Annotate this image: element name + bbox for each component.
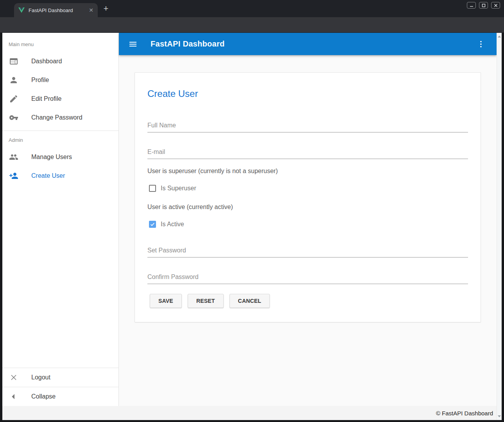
chevron-left-icon bbox=[9, 392, 18, 401]
app-bar-menu-icon[interactable] bbox=[476, 39, 486, 49]
sidebar-item-label: Manage Users bbox=[31, 154, 72, 161]
sidebar-item-collapse[interactable]: Collapse bbox=[2, 387, 118, 406]
scroll-up-icon[interactable] bbox=[498, 36, 501, 38]
sidebar-item-label: Change Password bbox=[31, 114, 83, 121]
confirm-password-field-wrap bbox=[147, 270, 468, 284]
hamburger-menu-icon[interactable] bbox=[128, 39, 138, 49]
set-password-input[interactable] bbox=[147, 243, 468, 257]
page-title: Create User bbox=[147, 88, 198, 99]
confirm-password-input[interactable] bbox=[147, 270, 468, 284]
superuser-checkbox[interactable] bbox=[149, 185, 156, 192]
scroll-down-icon[interactable] bbox=[498, 415, 501, 417]
person-icon bbox=[9, 75, 18, 85]
sidebar-item-manage-users[interactable]: Manage Users bbox=[2, 148, 118, 166]
dashboard-icon bbox=[9, 57, 18, 66]
sidebar-item-label: Logout bbox=[31, 374, 50, 381]
sidebar-item-edit-profile[interactable]: Edit Profile bbox=[2, 89, 118, 108]
sidebar-item-label: Create User bbox=[31, 172, 65, 179]
footer-copyright: © FastAPI Dashboard bbox=[436, 410, 493, 417]
sidebar-section-main-menu: Main menu bbox=[2, 33, 118, 52]
sidebar-item-create-user[interactable]: Create User bbox=[2, 166, 118, 185]
sidebar-item-label: Edit Profile bbox=[31, 95, 61, 102]
new-tab-button[interactable]: + bbox=[101, 4, 111, 14]
active-checkbox[interactable] bbox=[149, 221, 156, 228]
maximize-icon bbox=[482, 4, 486, 7]
browser-tab[interactable]: FastAPI Dashboard ✕ bbox=[14, 3, 98, 17]
people-icon bbox=[9, 152, 18, 162]
close-window-button[interactable] bbox=[491, 2, 500, 9]
save-button[interactable]: SAVE bbox=[150, 294, 182, 308]
email-field-wrap bbox=[147, 145, 468, 159]
minimize-icon bbox=[470, 4, 474, 7]
browser-window: FastAPI Dashboard ✕ + localhost/ bbox=[0, 0, 504, 422]
reset-button[interactable]: RESET bbox=[188, 294, 224, 308]
page-footer: © FastAPI Dashboard bbox=[2, 406, 502, 420]
app-bar-title: FastAPI Dashboard bbox=[151, 39, 225, 48]
full-name-field-wrap bbox=[147, 118, 468, 132]
email-input[interactable] bbox=[147, 145, 468, 159]
cancel-button[interactable]: CANCEL bbox=[230, 294, 270, 308]
close-icon bbox=[494, 4, 498, 7]
check-icon bbox=[150, 222, 155, 227]
maximize-button[interactable] bbox=[479, 2, 488, 9]
active-note: User is active (currently active) bbox=[147, 204, 468, 211]
vue-logo-icon bbox=[18, 7, 25, 13]
create-user-card: Create User User is superuser (currently… bbox=[135, 72, 481, 322]
minimize-button[interactable] bbox=[467, 2, 476, 9]
set-password-field-wrap bbox=[147, 243, 468, 257]
sidebar-section-admin: Admin bbox=[2, 131, 118, 148]
full-name-input[interactable] bbox=[147, 118, 468, 132]
pencil-icon bbox=[9, 94, 18, 104]
sidebar-item-label: Dashboard bbox=[31, 58, 62, 65]
tab-strip: FastAPI Dashboard ✕ + bbox=[0, 0, 504, 17]
superuser-checkbox-row[interactable]: Is Superuser bbox=[149, 185, 196, 192]
active-checkbox-row[interactable]: Is Active bbox=[149, 221, 184, 228]
sidebar-item-label: Profile bbox=[31, 77, 49, 84]
sidebar-item-profile[interactable]: Profile bbox=[2, 71, 118, 89]
superuser-checkbox-label: Is Superuser bbox=[161, 185, 196, 192]
sidebar-item-change-password[interactable]: Change Password bbox=[2, 108, 118, 127]
app-bar: FastAPI Dashboard bbox=[119, 33, 497, 55]
superuser-note: User is superuser (currently is not a su… bbox=[147, 168, 468, 175]
key-icon bbox=[9, 113, 18, 122]
sidebar: Main menu Dashboard Profile Edit Profile… bbox=[2, 33, 119, 406]
vertical-scrollbar[interactable] bbox=[497, 33, 502, 420]
sidebar-item-dashboard[interactable]: Dashboard bbox=[2, 52, 118, 71]
sidebar-item-label: Collapse bbox=[31, 393, 56, 400]
page-content: Main menu Dashboard Profile Edit Profile… bbox=[2, 33, 502, 420]
browser-toolbar: localhost/main/admin/users/create bbox=[0, 17, 504, 33]
tab-close-icon[interactable]: ✕ bbox=[88, 7, 95, 14]
active-checkbox-label: Is Active bbox=[161, 221, 184, 228]
logout-x-icon bbox=[9, 373, 18, 382]
sidebar-item-logout[interactable]: Logout bbox=[2, 368, 118, 387]
tab-title: FastAPI Dashboard bbox=[29, 7, 88, 13]
person-add-icon bbox=[9, 171, 18, 181]
